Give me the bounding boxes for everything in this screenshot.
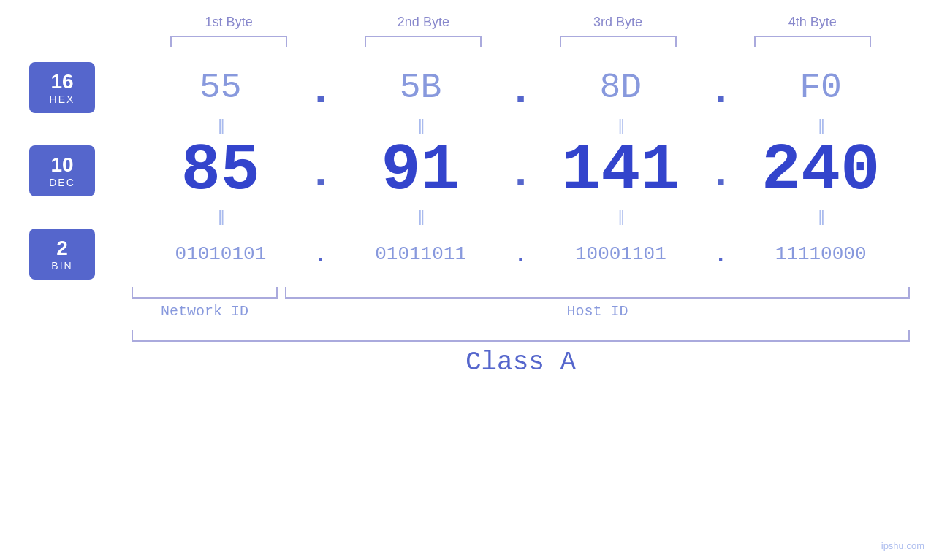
hex-values-row: 55 . 5B . 8D . F0 xyxy=(132,66,910,110)
top-bracket-3 xyxy=(521,36,715,47)
dec-badge-label: DEC xyxy=(49,177,75,188)
bin-dot-1: . xyxy=(310,243,332,265)
bin-dot-3: . xyxy=(710,243,731,265)
bin-val-2: 01011011 xyxy=(332,243,510,265)
dec-badge-number: 10 xyxy=(50,153,73,177)
bin-val-3: 10001101 xyxy=(532,243,710,265)
top-bracket-2 xyxy=(326,36,520,47)
eq1-3: || xyxy=(532,116,710,135)
bottom-brackets-row xyxy=(132,287,910,299)
dec-dot-3: . xyxy=(710,149,731,193)
byte-headers: 1st Byte 2nd Byte 3rd Byte 4th Byte xyxy=(29,15,910,30)
hex-dot-3: . xyxy=(710,66,731,110)
eq1-dot1 xyxy=(310,116,332,135)
equals-row-1: || || || || xyxy=(29,116,910,135)
eq2-dot1 xyxy=(310,207,332,226)
dec-val-2: 91 xyxy=(332,138,510,204)
eq2-1: || xyxy=(132,207,310,226)
dec-val-4: 240 xyxy=(731,138,910,204)
byte4-header: 4th Byte xyxy=(715,15,910,30)
eq2-dot2 xyxy=(510,207,532,226)
hex-val-3: 8D xyxy=(532,68,710,107)
class-label: Class A xyxy=(132,348,910,377)
bin-dot-2: . xyxy=(510,243,532,265)
watermark: ipshu.com xyxy=(881,540,924,551)
bin-val-1: 01010101 xyxy=(132,243,310,265)
top-brackets xyxy=(29,36,910,47)
network-bracket xyxy=(132,287,278,299)
bin-badge: 2 BIN xyxy=(29,229,95,280)
bin-values-row: 01010101 . 01011011 . 10001101 . 1111000… xyxy=(132,243,910,265)
hex-val-1: 55 xyxy=(132,68,310,107)
dec-badge: 10 DEC xyxy=(29,145,95,196)
hex-badge: 16 HEX xyxy=(29,62,95,113)
hex-badge-number: 16 xyxy=(50,70,73,93)
dec-row: 10 DEC 85 . 91 . 141 . 240 xyxy=(29,138,910,204)
dec-val-3: 141 xyxy=(532,138,710,204)
main-container: 1st Byte 2nd Byte 3rd Byte 4th Byte 16 H… xyxy=(0,0,939,560)
dec-dot-1: . xyxy=(310,149,332,193)
hex-dot-1: . xyxy=(310,66,332,110)
eq1-1: || xyxy=(132,116,310,135)
eq2-3: || xyxy=(532,207,710,226)
bin-badge-number: 2 xyxy=(56,237,68,260)
dec-values-row: 85 . 91 . 141 . 240 xyxy=(132,138,910,204)
hex-val-2: 5B xyxy=(332,68,510,107)
eq2-2: || xyxy=(332,207,510,226)
hex-dot-2: . xyxy=(510,66,532,110)
equals-row-2: || || || || xyxy=(29,207,910,226)
class-bracket xyxy=(132,330,910,342)
eq2-4: || xyxy=(731,207,910,226)
byte3-header: 3rd Byte xyxy=(521,15,715,30)
bin-badge-label: BIN xyxy=(51,260,72,272)
id-labels-row: Network ID Host ID xyxy=(132,303,910,320)
hex-val-4: F0 xyxy=(731,68,910,107)
dec-val-1: 85 xyxy=(132,138,310,204)
host-bracket xyxy=(285,287,910,299)
eq2-dot3 xyxy=(710,207,731,226)
bin-val-4: 11110000 xyxy=(731,243,910,265)
host-id-label: Host ID xyxy=(285,303,910,320)
bottom-section: Network ID Host ID xyxy=(29,287,910,320)
hex-row: 16 HEX 55 . 5B . 8D . F0 xyxy=(29,62,910,113)
top-bracket-4 xyxy=(715,36,910,47)
eq1-4: || xyxy=(731,116,910,135)
network-id-label: Network ID xyxy=(132,303,278,320)
byte2-header: 2nd Byte xyxy=(326,15,520,30)
eq1-dot3 xyxy=(710,116,731,135)
eq1-2: || xyxy=(332,116,510,135)
top-bracket-1 xyxy=(132,36,326,47)
dec-dot-2: . xyxy=(510,149,532,193)
eq1-dot2 xyxy=(510,116,532,135)
class-section: Class A xyxy=(29,330,910,377)
bin-row: 2 BIN 01010101 . 01011011 . 10001101 . 1… xyxy=(29,229,910,280)
byte1-header: 1st Byte xyxy=(132,15,326,30)
hex-badge-label: HEX xyxy=(50,93,75,105)
